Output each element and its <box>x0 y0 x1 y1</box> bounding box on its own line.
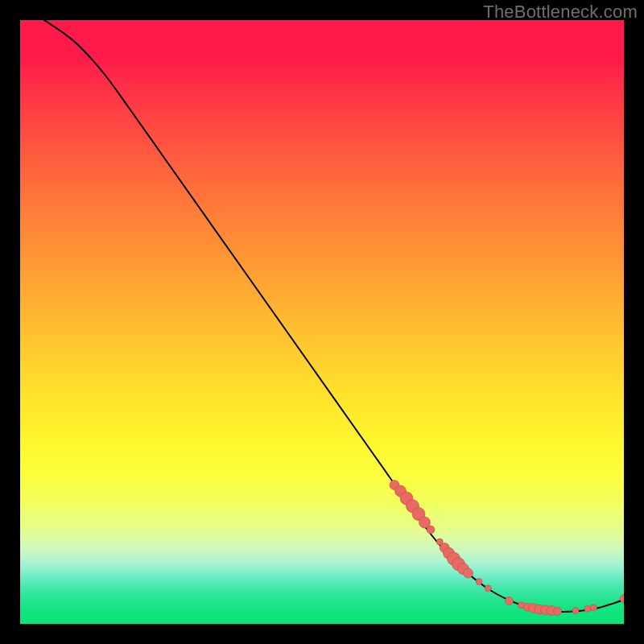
attribution-label: TheBottleneck.com <box>483 2 638 23</box>
background-gradient <box>20 20 624 624</box>
chart-stage: TheBottleneck.com <box>0 0 644 644</box>
plot-area <box>20 20 624 624</box>
